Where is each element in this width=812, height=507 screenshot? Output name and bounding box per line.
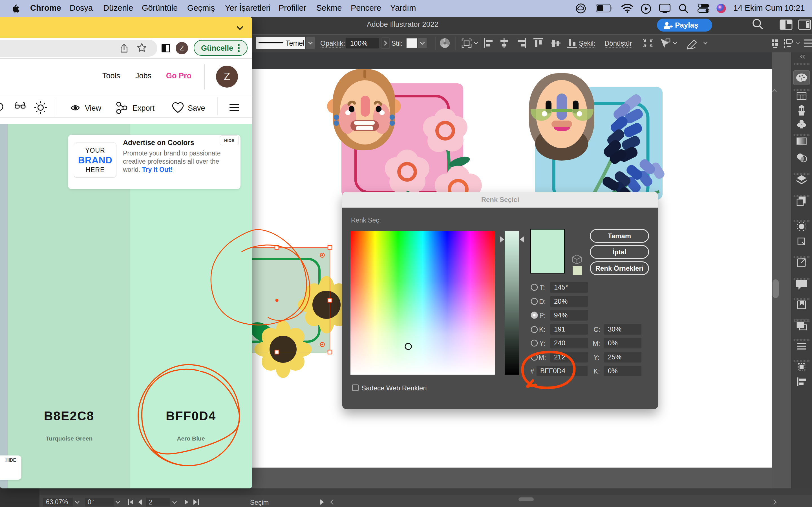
svg-text:Export: Export: [133, 104, 155, 112]
svg-text:View: View: [85, 104, 101, 112]
svg-text:Save: Save: [188, 104, 205, 112]
